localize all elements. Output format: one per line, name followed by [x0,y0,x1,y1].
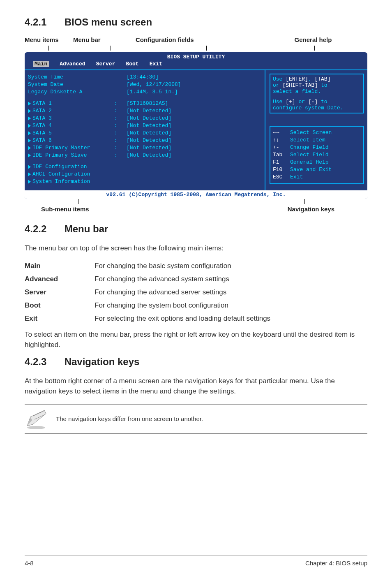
definitions-table: MainFor changing the basic system config… [25,259,270,325]
nav-desc: Select Item [290,136,325,144]
triangle-icon [28,146,31,150]
label-menu-items: Menu items [25,36,73,43]
nav-key: F10 [273,166,290,174]
chapter-name: Chapter 4: BIOS setup [305,560,367,567]
nav-key: ←→ [273,129,290,136]
bios-footer: v02.61 (C)Copyright 1985-2008, American … [25,190,367,199]
heading-title: Menu bar [65,223,108,234]
bios-nav-box: ←→Select Screen ↑↓Select Item +-Change F… [270,126,364,184]
heading-title: Navigation keys [65,356,140,367]
nav-key: ↑↓ [273,136,290,144]
bios-tab-main: Main [33,61,49,67]
label-menu-bar: Menu bar [73,36,136,43]
nav-desc: Change Field [290,144,329,151]
nav-key: +- [273,144,290,151]
bios-tab-boot: Boot [126,61,138,67]
bios-label: IDE Configuration [28,163,114,171]
triangle-icon [28,165,31,169]
definition: For changing the system boot configurati… [95,299,270,312]
bios-value: [Not Detected] [127,144,261,152]
nav-key: ESC [273,174,290,181]
bios-right-panel: Use [ENTER], [TAB] or [SHIFT-TAB] to sel… [265,70,367,190]
label-sub-menu: Sub-menu items [25,206,99,213]
bios-screenshot: BIOS SETUP UTILITY Main Advanced Server … [25,52,367,199]
triangle-icon [28,109,31,113]
diagram-ticks-bottom [25,199,367,204]
bios-label: System Information [28,178,114,185]
heading-title: BIOS menu screen [65,16,152,28]
bios-label: Legacy Diskette A [28,88,114,96]
bios-value: [Not Detected] [127,122,261,130]
note-box: The navigation keys differ from one scre… [25,404,367,434]
bios-left-panel: System Time System Date Legacy Diskette … [25,70,265,190]
term: Boot [25,299,95,312]
bios-help-box: Use [ENTER], [TAB] or [SHIFT-TAB] to sel… [270,74,364,113]
heading-423: 4.2.3 Navigation keys [25,356,367,368]
bios-label: System Date [28,81,114,88]
triangle-icon [28,180,31,184]
heading-num: 4.2.3 [25,356,62,368]
svg-marker-1 [27,410,46,426]
definition: For selecting the exit options and loadi… [95,312,270,325]
nav-desc: Select Screen [290,129,332,136]
pencil-icon [25,408,49,430]
bios-label: SATA 4 [28,122,114,130]
page-number: 4-8 [25,560,34,567]
bios-label: SATA 1 [28,100,114,107]
bios-label: IDE Primary Master [28,144,114,152]
paragraph: At the bottom right corner of a menu scr… [25,376,367,397]
bios-label: IDE Primary Slave [28,152,114,159]
diagram-bottom-labels: Sub-menu items Navigation keys [25,206,367,213]
bios-tab-advanced: Advanced [60,61,85,67]
bios-value: [Not Detected] [127,115,261,122]
table-row: MainFor changing the basic system config… [25,259,270,273]
triangle-icon [28,153,31,157]
bios-value: [1.44M, 3.5 in.] [127,88,261,96]
table-row: BootFor changing the system boot configu… [25,299,270,312]
label-config-fields: Configuration fields [136,36,259,43]
nav-desc: General Help [290,159,329,166]
bios-title: BIOS SETUP UTILITY [25,52,367,60]
label-nav-keys: Navigation keys [99,206,367,213]
triangle-icon [28,131,31,135]
bios-label: System Time [28,74,114,81]
heading-num: 4.2.2 [25,223,62,235]
bios-label: SATA 6 [28,137,114,144]
heading-421: 4.2.1 BIOS menu screen [25,16,367,28]
term: Main [25,259,95,273]
table-row: ServerFor changing the advanced server s… [25,286,270,299]
bios-value: [13:44:30] [127,74,261,81]
diagram-ticks [25,46,367,51]
bios-value: [ST3160812AS] [127,100,261,107]
heading-num: 4.2.1 [25,16,62,28]
bios-value: [Not Detected] [127,152,261,159]
term: Server [25,286,95,299]
bios-label: AHCI Configuration [28,171,114,178]
heading-422: 4.2.2 Menu bar [25,223,367,235]
term: Exit [25,312,95,325]
bios-tab-server: Server [96,61,115,67]
table-row: ExitFor selecting the exit options and l… [25,312,270,325]
bios-label: SATA 3 [28,115,114,122]
bios-label: SATA 5 [28,130,114,137]
diagram-top-labels: Menu items Menu bar Configuration fields… [25,36,367,43]
bios-body: System Time System Date Legacy Diskette … [25,69,367,190]
bios-tab-exit: Exit [150,61,162,67]
definition: For changing the advanced system setting… [95,273,270,286]
paragraph: The menu bar on top of the screen has th… [25,243,367,254]
definition: For changing the advanced server setting… [95,286,270,299]
bios-value: [Wed, 12/17/2008] [127,81,261,88]
paragraph: To select an item on the menu bar, press… [25,329,367,350]
bios-label: SATA 2 [28,107,114,115]
nav-desc: Exit [290,174,303,181]
triangle-icon [28,172,31,176]
nav-key: F1 [273,159,290,166]
triangle-icon [28,124,31,128]
table-row: AdvancedFor changing the advanced system… [25,273,270,286]
definition: For changing the basic system configurat… [95,259,270,273]
label-general-help: General help [259,36,367,43]
nav-desc: Select Field [290,151,329,159]
bios-value: [Not Detected] [127,137,261,144]
triangle-icon [28,102,31,106]
note-text: The navigation keys differ from one scre… [56,415,203,422]
